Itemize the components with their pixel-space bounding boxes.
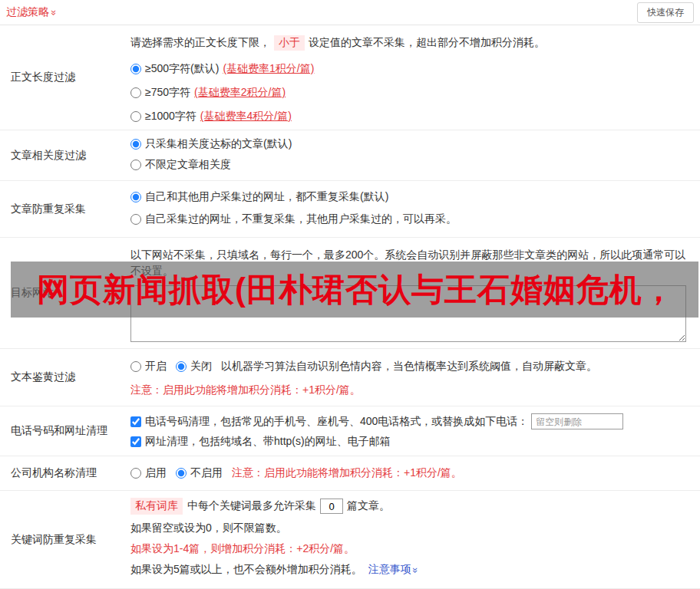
notice-chevron-icon[interactable]: » (410, 567, 421, 572)
section-label-body-length: 正文长度过滤 (0, 25, 130, 130)
section-label-dedup: 文章防重复采集 (0, 181, 130, 237)
body-length-intro: 请选择需求的正文长度下限， 小于 设定值的文章不采集，超出部分不增加积分消耗。 (130, 35, 692, 51)
keyword-note-empty: 如果留空或设为0，则不限篇数。 (130, 522, 692, 535)
fee-note-3: (基础费率4积分/篇) (200, 110, 292, 123)
radio-500-input[interactable] (130, 64, 141, 74)
section-label-company-clean: 公司机构名称清理 (0, 456, 130, 490)
page-title: 过滤策略 (6, 5, 49, 19)
less-than-highlight: 小于 (274, 35, 305, 51)
radio-dedup-all-users[interactable]: 自己和其他用户采集过的网址，都不重复采集(默认) (130, 190, 692, 204)
chevron-double-down-icon[interactable]: » (48, 9, 60, 15)
private-lexicon-tag[interactable]: 私有词库 (130, 498, 183, 515)
section-label-keyword-dedup: 关键词防重复采集 (0, 491, 130, 588)
quick-save-button[interactable]: 快速保存 (637, 2, 694, 23)
checkbox-phone-clean[interactable]: 电话号码清理，包括常见的手机号、座机号、400电话格式，或替换成如下电话： (130, 415, 528, 429)
radio-relevance-strict-input[interactable] (130, 139, 141, 150)
radio-relevance-strict[interactable]: 只采集相关度达标的文章(默认) (130, 137, 692, 151)
porn-filter-cost-note: 注意：启用此功能将增加积分消耗：+1积分/篇。 (130, 383, 692, 397)
radio-porn-off[interactable]: 关闭 (176, 360, 212, 373)
radio-company-disable[interactable]: 不启用 (176, 466, 223, 480)
section-label-target-site: 目标网站 (0, 238, 130, 348)
radio-1000-input[interactable] (130, 111, 141, 122)
radio-company-enable[interactable]: 启用 (130, 466, 167, 480)
checkbox-url-clean[interactable]: 网址清理，包括纯域名、带http(s)的网址、电子邮箱 (130, 435, 391, 449)
section-porn-filter: 文本鉴黄过滤 开启 关闭 以机器学习算法自动识别色情内容，当色情概率达到系统阈值… (0, 349, 700, 406)
keyword-note-1-4: 如果设为1-4篇，则增加积分消耗：+2积分/篇。 (130, 542, 692, 556)
radio-company-disable-input[interactable] (176, 468, 187, 479)
radio-option-500[interactable]: ≥500字符(默认) (基础费率1积分/篇) (130, 62, 692, 76)
notice-link[interactable]: 注意事项 (368, 563, 411, 577)
porn-filter-description: 以机器学习算法自动识别色情内容，当色情概率达到系统阈值，自动屏蔽文章。 (221, 360, 597, 373)
section-label-phone-url: 电话号码和网址清理 (0, 406, 130, 456)
blocked-sites-textarea[interactable] (130, 285, 686, 342)
radio-option-1000[interactable]: ≥1000字符 (基础费率4积分/篇) (130, 110, 692, 123)
section-relevance: 文章相关度过滤 只采集相关度达标的文章(默认) 不限定文章相关度 (0, 130, 700, 181)
target-site-description: 以下网站不采集，只填域名，每行一个，最多200个。系统会自动识别并屏蔽那些非文章… (130, 247, 686, 279)
section-dedup: 文章防重复采集 自己和其他用户采集过的网址，都不重复采集(默认) 自己采集过的网… (0, 181, 700, 238)
checkbox-phone-clean-input[interactable] (130, 416, 141, 427)
radio-porn-on[interactable]: 开启 (130, 360, 167, 373)
radio-porn-off-input[interactable] (176, 361, 187, 372)
radio-dedup-self-only-input[interactable] (130, 214, 141, 225)
section-company-clean: 公司机构名称清理 启用 不启用 注意：启用此功能将增加积分消耗：+1积分/篇。 (0, 456, 700, 491)
radio-relevance-any-input[interactable] (130, 160, 141, 170)
section-body-length: 正文长度过滤 请选择需求的正文长度下限， 小于 设定值的文章不采集，超出部分不增… (0, 25, 700, 130)
replacement-phone-input[interactable] (531, 413, 623, 429)
radio-option-750[interactable]: ≥750字符 (基础费率2积分/篇) (130, 86, 692, 100)
radio-750-input[interactable] (130, 87, 141, 98)
top-bar: 过滤策略 » 快速保存 (0, 0, 700, 25)
checkbox-url-clean-input[interactable] (130, 436, 141, 447)
section-keyword-dedup: 关键词防重复采集 私有词库 中每个关键词最多允许采集 篇文章。 如果留空或设为0… (0, 491, 700, 589)
radio-dedup-all-users-input[interactable] (130, 192, 141, 202)
max-articles-input[interactable] (320, 499, 343, 514)
radio-company-enable-input[interactable] (130, 468, 141, 479)
radio-porn-on-input[interactable] (130, 361, 141, 372)
keyword-note-5plus: 如果设为5篇或以上，也不会额外增加积分消耗。 (130, 563, 362, 577)
section-label-porn-filter: 文本鉴黄过滤 (0, 349, 130, 406)
radio-relevance-any[interactable]: 不限定文章相关度 (130, 158, 692, 172)
section-label-relevance: 文章相关度过滤 (0, 130, 130, 180)
company-cost-note: 注意：启用此功能将增加积分消耗：+1积分/篇。 (232, 466, 462, 480)
radio-dedup-self-only[interactable]: 自己采集过的网址，不重复采集，其他用户采集过的，可以再采。 (130, 212, 692, 226)
section-target-site: 目标网站 以下网站不采集，只填域名，每行一个，最多200个。系统会自动识别并屏蔽… (0, 238, 700, 349)
fee-note-2: (基础费率2积分/篇) (194, 86, 286, 100)
section-phone-url: 电话号码和网址清理 电话号码清理，包括常见的手机号、座机号、400电话格式，或替… (0, 406, 700, 456)
fee-note-1: (基础费率1积分/篇) (223, 62, 314, 76)
